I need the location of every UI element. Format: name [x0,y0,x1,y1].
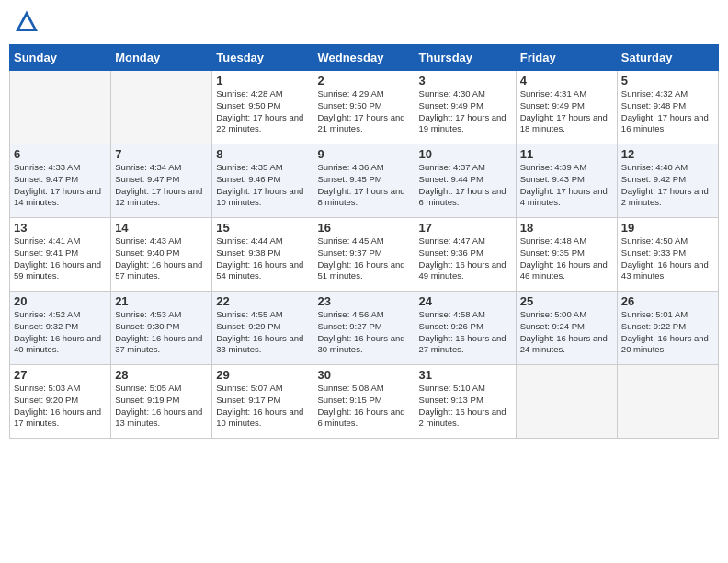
calendar-week-row: 1Sunrise: 4:28 AM Sunset: 9:50 PM Daylig… [10,71,719,144]
day-number: 3 [419,74,512,87]
day-number: 19 [621,221,714,235]
day-number: 15 [216,221,309,235]
day-info: Sunrise: 4:41 AM Sunset: 9:41 PM Dayligh… [14,236,107,282]
day-number: 21 [115,294,208,308]
calendar-day-cell: 17Sunrise: 4:47 AM Sunset: 9:36 PM Dayli… [415,218,516,292]
day-info: Sunrise: 5:03 AM Sunset: 9:20 PM Dayligh… [14,383,107,430]
calendar-day-cell: 20Sunrise: 4:52 AM Sunset: 9:32 PM Dayli… [10,292,111,365]
day-info: Sunrise: 4:37 AM Sunset: 9:44 PM Dayligh… [419,162,512,209]
calendar-day-cell: 26Sunrise: 5:01 AM Sunset: 9:22 PM Dayli… [617,292,718,365]
day-number: 25 [520,294,613,308]
day-number: 11 [520,147,613,161]
calendar-table: SundayMondayTuesdayWednesdayThursdayFrid… [9,44,719,439]
calendar-day-cell: 14Sunrise: 4:43 AM Sunset: 9:40 PM Dayli… [111,218,212,292]
weekday-header-tuesday: Tuesday [212,45,313,71]
calendar-day-cell: 28Sunrise: 5:05 AM Sunset: 9:19 PM Dayli… [111,365,212,439]
calendar-day-cell: 31Sunrise: 5:10 AM Sunset: 9:13 PM Dayli… [415,365,516,439]
calendar-day-cell: 5Sunrise: 4:32 AM Sunset: 9:48 PM Daylig… [617,71,718,144]
calendar-day-cell: 23Sunrise: 4:56 AM Sunset: 9:27 PM Dayli… [313,292,415,365]
day-number: 24 [419,294,512,308]
day-info: Sunrise: 4:44 AM Sunset: 9:38 PM Dayligh… [216,236,309,282]
day-info: Sunrise: 4:31 AM Sunset: 9:49 PM Dayligh… [520,88,613,135]
weekday-header-wednesday: Wednesday [313,45,415,71]
day-info: Sunrise: 4:48 AM Sunset: 9:35 PM Dayligh… [520,236,613,282]
day-number: 18 [520,221,613,235]
day-number: 29 [216,368,309,382]
day-info: Sunrise: 4:58 AM Sunset: 9:26 PM Dayligh… [419,309,512,356]
day-number: 17 [419,221,512,235]
day-info: Sunrise: 4:36 AM Sunset: 9:45 PM Dayligh… [317,162,410,209]
day-number: 5 [621,74,714,87]
calendar-day-cell: 30Sunrise: 5:08 AM Sunset: 9:15 PM Dayli… [313,365,415,439]
day-info: Sunrise: 4:52 AM Sunset: 9:32 PM Dayligh… [14,309,107,356]
day-number: 10 [419,147,512,161]
day-number: 9 [317,147,410,161]
calendar-day-cell [516,365,617,439]
day-number: 16 [317,221,410,235]
calendar-day-cell: 19Sunrise: 4:50 AM Sunset: 9:33 PM Dayli… [617,218,718,292]
logo-icon [13,9,40,37]
day-info: Sunrise: 4:30 AM Sunset: 9:49 PM Dayligh… [419,88,512,135]
weekday-header-friday: Friday [516,45,617,71]
day-number: 20 [14,294,107,308]
weekday-header-monday: Monday [111,45,212,71]
day-info: Sunrise: 5:10 AM Sunset: 9:13 PM Dayligh… [419,383,512,430]
calendar-day-cell: 12Sunrise: 4:40 AM Sunset: 9:42 PM Dayli… [617,144,718,218]
calendar-week-row: 6Sunrise: 4:33 AM Sunset: 9:47 PM Daylig… [10,144,719,218]
day-number: 7 [115,147,208,161]
day-info: Sunrise: 4:28 AM Sunset: 9:50 PM Dayligh… [216,88,309,135]
day-number: 13 [14,221,107,235]
calendar-day-cell [10,71,111,144]
logo [13,9,44,37]
day-info: Sunrise: 4:56 AM Sunset: 9:27 PM Dayligh… [317,309,410,356]
day-number: 6 [14,147,107,161]
day-number: 4 [520,74,613,87]
calendar-week-row: 20Sunrise: 4:52 AM Sunset: 9:32 PM Dayli… [10,292,719,365]
day-info: Sunrise: 5:01 AM Sunset: 9:22 PM Dayligh… [621,309,714,356]
weekday-header-saturday: Saturday [617,45,718,71]
calendar-day-cell: 18Sunrise: 4:48 AM Sunset: 9:35 PM Dayli… [516,218,617,292]
day-info: Sunrise: 4:32 AM Sunset: 9:48 PM Dayligh… [621,88,714,135]
day-number: 23 [317,294,410,308]
weekday-header-sunday: Sunday [10,45,111,71]
day-number: 27 [14,368,107,382]
calendar-day-cell: 21Sunrise: 4:53 AM Sunset: 9:30 PM Dayli… [111,292,212,365]
page-header [9,9,719,37]
calendar-day-cell: 1Sunrise: 4:28 AM Sunset: 9:50 PM Daylig… [212,71,313,144]
day-info: Sunrise: 5:08 AM Sunset: 9:15 PM Dayligh… [317,383,410,430]
calendar-day-cell: 15Sunrise: 4:44 AM Sunset: 9:38 PM Dayli… [212,218,313,292]
day-info: Sunrise: 4:39 AM Sunset: 9:43 PM Dayligh… [520,162,613,209]
calendar-day-cell [111,71,212,144]
calendar-day-cell: 2Sunrise: 4:29 AM Sunset: 9:50 PM Daylig… [313,71,415,144]
calendar-week-row: 13Sunrise: 4:41 AM Sunset: 9:41 PM Dayli… [10,218,719,292]
day-info: Sunrise: 4:55 AM Sunset: 9:29 PM Dayligh… [216,309,309,356]
calendar-day-cell [617,365,718,439]
day-info: Sunrise: 4:34 AM Sunset: 9:47 PM Dayligh… [115,162,208,209]
calendar-day-cell: 6Sunrise: 4:33 AM Sunset: 9:47 PM Daylig… [10,144,111,218]
day-info: Sunrise: 4:29 AM Sunset: 9:50 PM Dayligh… [317,88,410,135]
day-number: 22 [216,294,309,308]
day-info: Sunrise: 5:07 AM Sunset: 9:17 PM Dayligh… [216,383,309,430]
calendar-day-cell: 11Sunrise: 4:39 AM Sunset: 9:43 PM Dayli… [516,144,617,218]
calendar-day-cell: 27Sunrise: 5:03 AM Sunset: 9:20 PM Dayli… [10,365,111,439]
day-number: 1 [216,74,309,87]
calendar-day-cell: 4Sunrise: 4:31 AM Sunset: 9:49 PM Daylig… [516,71,617,144]
day-number: 2 [317,74,410,87]
day-info: Sunrise: 4:35 AM Sunset: 9:46 PM Dayligh… [216,162,309,209]
calendar-day-cell: 22Sunrise: 4:55 AM Sunset: 9:29 PM Dayli… [212,292,313,365]
day-info: Sunrise: 4:47 AM Sunset: 9:36 PM Dayligh… [419,236,512,282]
day-number: 8 [216,147,309,161]
day-info: Sunrise: 5:00 AM Sunset: 9:24 PM Dayligh… [520,309,613,356]
calendar-day-cell: 13Sunrise: 4:41 AM Sunset: 9:41 PM Dayli… [10,218,111,292]
day-info: Sunrise: 4:50 AM Sunset: 9:33 PM Dayligh… [621,236,714,282]
day-info: Sunrise: 4:45 AM Sunset: 9:37 PM Dayligh… [317,236,410,282]
day-number: 31 [419,368,512,382]
day-info: Sunrise: 4:40 AM Sunset: 9:42 PM Dayligh… [621,162,714,209]
day-number: 14 [115,221,208,235]
calendar-day-cell: 9Sunrise: 4:36 AM Sunset: 9:45 PM Daylig… [313,144,415,218]
calendar-day-cell: 8Sunrise: 4:35 AM Sunset: 9:46 PM Daylig… [212,144,313,218]
calendar-week-row: 27Sunrise: 5:03 AM Sunset: 9:20 PM Dayli… [10,365,719,439]
day-info: Sunrise: 5:05 AM Sunset: 9:19 PM Dayligh… [115,383,208,430]
day-number: 30 [317,368,410,382]
day-number: 26 [621,294,714,308]
